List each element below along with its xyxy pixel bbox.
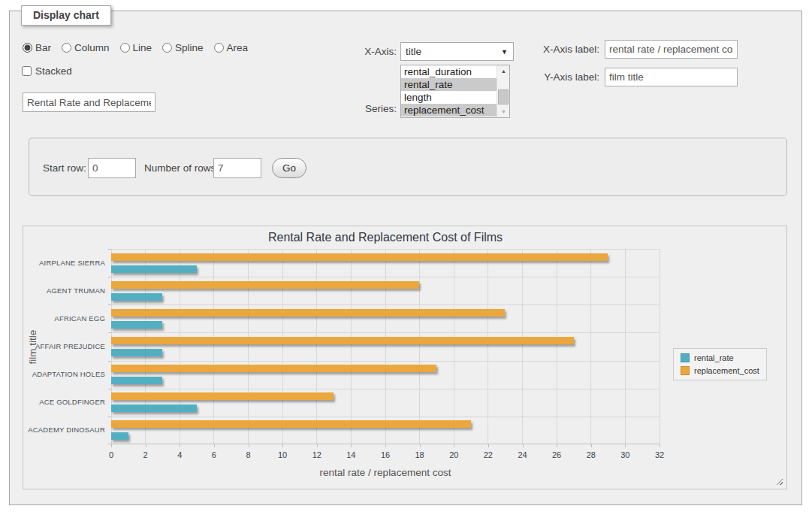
x-tick-label-24: 24 — [512, 450, 534, 459]
bar-rental_rate-academy-dinosaur[interactable] — [111, 432, 128, 440]
gridline-x-32 — [660, 249, 660, 444]
x-tick-8 — [249, 444, 249, 447]
series-option-replacement_cost[interactable]: replacement_cost — [401, 104, 497, 117]
chart-type-spline[interactable]: Spline — [162, 42, 204, 53]
bar-rental_rate-african-egg[interactable] — [111, 321, 162, 329]
x-tick-2 — [146, 444, 146, 447]
x-tick-4 — [180, 444, 180, 447]
x-axis-select[interactable]: title ▼ — [400, 42, 514, 61]
gridline-y-3 — [111, 332, 660, 333]
stacked-label: Stacked — [35, 65, 72, 77]
y-axis-label-input[interactable] — [605, 68, 738, 86]
chart-type-line-radio[interactable] — [120, 43, 130, 53]
gridline-x-4 — [180, 249, 180, 444]
bar-replacement_cost-academy-dinosaur[interactable] — [111, 420, 471, 428]
scrollbar-thumb[interactable] — [498, 89, 509, 105]
gridline-x-20 — [454, 249, 454, 444]
gridline-x-0 — [111, 249, 112, 444]
bar-rental_rate-ace-goldfinger[interactable] — [111, 404, 197, 412]
bar-replacement_cost-affair-prejudice[interactable] — [111, 337, 574, 344]
x-tick-30 — [625, 444, 626, 447]
y-tick-1 — [108, 277, 111, 277]
category-label-african-egg: AFRICAN EGG — [23, 314, 105, 323]
scroll-up-icon[interactable]: ▲ — [497, 65, 510, 77]
x-tick-label-0: 0 — [100, 450, 122, 459]
category-label-ace-goldfinger: ACE GOLDFINGER — [23, 398, 105, 406]
x-tick-12 — [317, 444, 318, 447]
x-axis-select-label: X-Axis: — [331, 46, 397, 57]
start-row-label: Start row: — [43, 162, 86, 174]
gridline-x-18 — [419, 249, 420, 444]
x-tick-0 — [111, 444, 112, 447]
chart-type-line-label: Line — [133, 42, 152, 53]
chart-type-radio-group: Bar Column Line Spline Area — [23, 42, 254, 53]
num-rows-label: Number of rows: — [144, 162, 219, 174]
x-tick-18 — [420, 444, 421, 447]
bar-replacement_cost-adaptation-holes[interactable] — [111, 365, 436, 372]
gridline-x-22 — [488, 249, 488, 444]
chart-type-spline-label: Spline — [175, 42, 204, 53]
bar-replacement_cost-agent-truman[interactable] — [111, 281, 419, 289]
chart-type-column-radio[interactable] — [62, 43, 71, 53]
scroll-down-icon[interactable]: ▼ — [497, 106, 510, 117]
bar-rental_rate-agent-truman[interactable] — [111, 293, 162, 301]
bar-rental_rate-airplane-sierra[interactable] — [111, 265, 197, 273]
bar-replacement_cost-african-egg[interactable] — [111, 309, 505, 317]
go-button[interactable]: Go — [272, 158, 306, 178]
gridline-x-28 — [590, 249, 591, 444]
stacked-checkbox[interactable] — [22, 66, 32, 76]
x-tick-10 — [282, 444, 283, 447]
y-tick-5 — [108, 389, 111, 389]
legend-item-replacement-cost[interactable]: replacement_cost — [681, 366, 759, 375]
x-tick-22 — [488, 444, 489, 447]
series-listbox-label: Series: — [331, 103, 397, 114]
chart-type-bar-radio[interactable] — [23, 43, 32, 53]
chart-legend: rental_rate replacement_cost — [673, 348, 767, 380]
x-tick-label-10: 10 — [271, 450, 294, 459]
legend-item-rental-rate[interactable]: rental_rate — [681, 353, 759, 362]
series-option-rental_duration[interactable]: rental_duration — [401, 65, 497, 78]
x-tick-label-22: 22 — [477, 450, 500, 459]
x-axis-selected-value: title — [406, 46, 421, 57]
x-tick-20 — [454, 444, 454, 447]
y-axis-label-label: Y-Axis label: — [526, 71, 599, 83]
fieldset-legend: Display chart — [21, 5, 111, 26]
category-label-airplane-sierra: AIRPLANE SIERRA — [23, 259, 105, 267]
gridline-x-14 — [351, 249, 352, 444]
bar-rental_rate-adaptation-holes[interactable] — [111, 377, 162, 384]
x-tick-32 — [660, 444, 660, 447]
chart-title-input[interactable] — [23, 92, 155, 112]
chart-title: Rental Rate and Replacement Cost of Film… — [111, 231, 660, 244]
chart-type-area-radio[interactable] — [214, 43, 224, 53]
gridline-y-0 — [111, 249, 660, 250]
gridline-x-10 — [282, 249, 283, 444]
series-listbox[interactable]: rental_durationrental_ratelengthreplacem… — [400, 65, 510, 118]
chart-type-line[interactable]: Line — [120, 42, 152, 53]
bar-replacement_cost-ace-goldfinger[interactable] — [111, 392, 334, 400]
series-option-length[interactable]: length — [401, 91, 497, 104]
y-tick-6 — [108, 417, 111, 417]
chart-type-area[interactable]: Area — [214, 42, 249, 53]
x-axis-label-input[interactable] — [605, 40, 738, 59]
x-tick-14 — [351, 444, 352, 447]
bar-rental_rate-affair-prejudice[interactable] — [111, 349, 162, 356]
y-tick-7 — [108, 444, 111, 444]
gridline-x-16 — [385, 249, 386, 444]
chart-type-column-label: Column — [74, 42, 110, 53]
chart-type-column[interactable]: Column — [62, 42, 110, 53]
x-tick-label-12: 12 — [306, 450, 328, 459]
y-tick-0 — [108, 249, 111, 250]
gridline-y-6 — [111, 417, 660, 417]
series-scrollbar[interactable]: ▲ ▼ — [497, 65, 509, 117]
chart-resize-handle[interactable] — [774, 477, 783, 485]
chart-type-bar[interactable]: Bar — [23, 42, 51, 53]
row-range-panel — [29, 138, 787, 196]
bar-replacement_cost-airplane-sierra[interactable] — [111, 253, 608, 261]
gridline-x-6 — [213, 249, 214, 444]
x-tick-26 — [557, 444, 557, 447]
chart-type-spline-radio[interactable] — [162, 43, 172, 53]
series-option-rental_rate[interactable]: rental_rate — [401, 78, 497, 91]
start-row-input[interactable] — [88, 158, 136, 178]
category-label-adaptation-holes: ADAPTATION HOLES — [23, 370, 105, 378]
num-rows-input[interactable] — [213, 158, 261, 178]
